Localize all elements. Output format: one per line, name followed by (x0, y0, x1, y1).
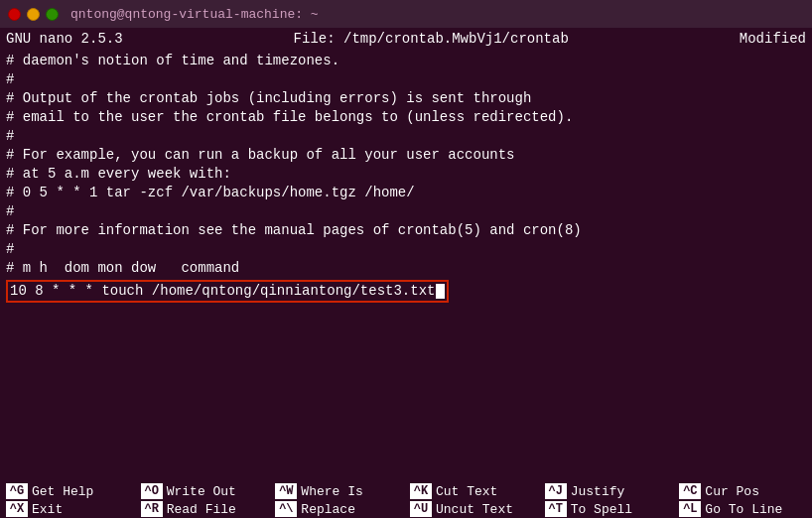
shortcuts-row-2: ^XExit^RRead File^\Replace^UUncut Text^T… (2, 500, 810, 518)
shortcut-label: Exit (32, 502, 63, 517)
editor-line: # 0 5 * * 1 tar -zcf /var/backups/home.t… (6, 184, 806, 202)
shortcut-label: Where Is (301, 484, 362, 499)
shortcut-key: ^G (6, 483, 28, 499)
shortcut-item[interactable]: ^LGo To Line (675, 500, 810, 518)
shortcut-item[interactable]: ^\Replace (271, 500, 406, 518)
shortcut-label: Justify (571, 484, 625, 499)
shortcut-label: Go To Line (705, 502, 782, 517)
shortcut-key: ^J (545, 483, 567, 499)
editor-line: # For example, you can run a backup of a… (6, 146, 806, 165)
title-bar: qntong@qntong-virtual-machine: ~ (0, 0, 812, 28)
bottom-area: ^GGet Help^OWrite Out^WWhere Is^KCut Tex… (0, 478, 812, 518)
shortcut-key: ^L (679, 501, 701, 517)
shortcut-key: ^W (275, 483, 297, 499)
shortcut-item[interactable]: ^TTo Spell (541, 500, 676, 518)
shortcuts-bar: ^GGet Help^OWrite Out^WWhere Is^KCut Tex… (0, 478, 812, 518)
shortcut-item[interactable]: ^XExit (2, 500, 137, 518)
shortcut-label: Cur Pos (705, 484, 759, 499)
editor-line: # Output of the crontab jobs (including … (6, 89, 806, 108)
shortcut-key: ^T (545, 501, 567, 517)
shortcut-label: Uncut Text (436, 502, 513, 517)
shortcut-label: Get Help (32, 484, 93, 499)
editor-line: # (6, 70, 806, 89)
editor-line: # For more information see the manual pa… (6, 221, 806, 240)
editor-area[interactable]: # daemon's notion of time and timezones.… (0, 50, 812, 437)
shortcut-item[interactable]: ^GGet Help (2, 482, 137, 500)
shortcut-label: To Spell (571, 502, 632, 517)
editor-line: # at 5 a.m every week with: (6, 165, 806, 184)
shortcut-key: ^\ (275, 501, 297, 517)
shortcut-item[interactable]: ^JJustify (541, 482, 676, 500)
editor-line: # (6, 202, 806, 221)
editor-line: # m h dom mon dow command (6, 259, 806, 278)
shortcut-label: Read File (167, 502, 236, 517)
shortcut-label: Cut Text (436, 484, 497, 499)
file-path: File: /tmp/crontab.MwbVj1/crontab (294, 31, 569, 47)
shortcut-key: ^O (141, 483, 163, 499)
shortcut-key: ^X (6, 501, 28, 517)
nano-version: GNU nano 2.5.3 (6, 31, 123, 47)
cursor-line-wrapper: 10 8 * * * touch /home/qntong/qinnianton… (6, 280, 806, 303)
shortcut-item[interactable]: ^KCut Text (406, 482, 541, 500)
shortcut-item[interactable]: ^OWrite Out (137, 482, 272, 500)
editor-line: # (6, 127, 806, 146)
text-cursor (436, 284, 445, 299)
shortcut-item[interactable]: ^UUncut Text (406, 500, 541, 518)
shortcut-key: ^R (141, 501, 163, 517)
shortcut-label: Replace (301, 502, 355, 517)
editor-line: # email to the user the crontab file bel… (6, 108, 806, 127)
modified-status: Modified (740, 31, 806, 47)
shortcut-key: ^C (679, 483, 701, 499)
shortcut-item[interactable]: ^RRead File (137, 500, 272, 518)
shortcut-label: Write Out (167, 484, 236, 499)
editor-line: # daemon's notion of time and timezones. (6, 52, 806, 70)
nano-header: GNU nano 2.5.3 File: /tmp/crontab.MwbVj1… (0, 28, 812, 50)
maximize-button[interactable] (46, 8, 59, 21)
cursor-line-text: 10 8 * * * touch /home/qntong/qinnianton… (10, 283, 435, 299)
shortcut-key: ^K (410, 483, 432, 499)
window-title: qntong@qntong-virtual-machine: ~ (70, 7, 319, 22)
editor-line: # (6, 240, 806, 259)
minimize-button[interactable] (27, 8, 40, 21)
shortcut-item[interactable]: ^WWhere Is (271, 482, 406, 500)
close-button[interactable] (8, 8, 21, 21)
shortcuts-row-1: ^GGet Help^OWrite Out^WWhere Is^KCut Tex… (2, 482, 810, 500)
shortcut-item[interactable]: ^CCur Pos (675, 482, 810, 500)
shortcut-key: ^U (410, 501, 432, 517)
